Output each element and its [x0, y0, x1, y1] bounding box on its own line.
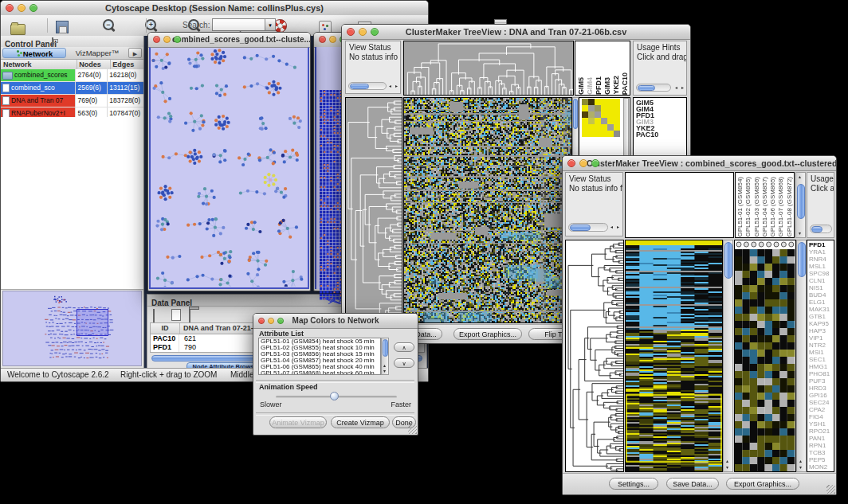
gene-label[interactable]: PUF3 [809, 377, 834, 385]
gene-label[interactable]: GTB1 [809, 313, 834, 320]
gene-label[interactable]: CLN1 [809, 277, 834, 284]
gene-label[interactable]: HRD3 [809, 385, 834, 392]
save-data-button[interactable]: Save Data... [666, 478, 719, 490]
minimize-icon[interactable] [359, 28, 367, 36]
zoom-window-icon[interactable] [591, 159, 599, 167]
matrix-cell[interactable] [614, 105, 620, 111]
column-label[interactable]: PAC10 [621, 72, 630, 95]
new-attribute-icon[interactable] [171, 309, 181, 321]
close-icon[interactable] [347, 28, 355, 36]
move-down-button[interactable]: ∨ [394, 358, 414, 368]
matrix-cell[interactable] [614, 118, 620, 124]
save-session-icon[interactable] [56, 21, 69, 33]
matrix-cell[interactable] [601, 111, 607, 118]
row-dendrogram-canvas[interactable] [566, 240, 623, 471]
zoom-heatmap-canvas[interactable] [735, 240, 795, 471]
col-attr[interactable]: DNA and Tran 07-21-06( [180, 323, 264, 334]
tab-vizmapper[interactable]: VizMapper™ [68, 48, 127, 58]
minimize-icon[interactable] [163, 36, 171, 43]
matrix-cell[interactable] [607, 124, 614, 131]
matrix-cell[interactable] [614, 111, 620, 118]
treeview1-row-dendrogram[interactable] [345, 97, 402, 323]
network-overview-canvas[interactable] [3, 291, 140, 365]
close-icon[interactable] [258, 318, 265, 324]
matrix-cell[interactable] [588, 131, 595, 137]
gene-label[interactable]: PEP5 [809, 456, 834, 463]
main-titlebar[interactable]: Cytoscape Desktop (Session Name: collins… [1, 1, 428, 16]
row-dendrogram-canvas[interactable] [346, 98, 402, 322]
treeview2-heatmap[interactable] [625, 240, 723, 472]
matrix-cell[interactable] [588, 111, 595, 118]
attribute-list-item[interactable]: GPL51-01 (GSM854) heat shock 05 min [259, 338, 380, 345]
gene-label[interactable]: YKE2 [636, 125, 686, 131]
treeview2-titlebar[interactable]: ClusterMaker TreeView : combined_scores_… [563, 156, 836, 171]
treeview2-vscrollbar[interactable]: ▴ ▾ [723, 240, 733, 472]
search-dropdown-icon[interactable]: ▾ [265, 18, 276, 31]
column-label[interactable]: GPL51-03 (GSM856) [753, 177, 761, 237]
matrix-cell[interactable] [595, 118, 601, 124]
minimize-icon[interactable] [18, 4, 26, 12]
network-list-row[interactable]: combined_scores 2764(0) 16218(0) [1, 69, 143, 82]
gene-label[interactable]: GIM4 [636, 106, 686, 112]
scroll-right-icon[interactable]: ▸ [395, 84, 398, 88]
gene-label[interactable]: HMG1 [809, 363, 834, 370]
treeview1-heatmap[interactable] [403, 97, 572, 323]
gene-label[interactable]: YRA1 [809, 248, 834, 256]
column-label[interactable]: GIM3 [603, 77, 612, 95]
scroll-right-icon[interactable]: ▸ [617, 225, 619, 229]
slider-thumb[interactable] [330, 392, 339, 400]
column-label[interactable]: PFD1 [595, 76, 603, 95]
minimize-icon[interactable] [579, 159, 587, 167]
col-id[interactable]: ID [151, 323, 180, 334]
export-graphics-button[interactable]: Export Graphics... [453, 328, 522, 340]
matrix-cell[interactable] [607, 131, 614, 137]
network1-titlebar[interactable]: combined_scores_good.txt--cluste... [148, 33, 310, 48]
scroll-left-icon[interactable]: ◂ [610, 225, 613, 229]
column-label[interactable]: GPL51-04 (GSM857) [761, 177, 769, 237]
gene-label[interactable]: NIS1 [809, 284, 834, 291]
scroll-up-icon[interactable]: ▴ [799, 459, 802, 463]
scroll-up-icon[interactable]: ▴ [726, 459, 728, 463]
similarity-matrix[interactable] [582, 99, 620, 137]
overview-viewport-rect[interactable] [77, 309, 108, 336]
matrix-cell[interactable] [595, 105, 601, 111]
matrix-cell[interactable] [595, 131, 601, 137]
gene-label[interactable]: MAK31 [809, 306, 834, 313]
dialog-titlebar[interactable]: Map Colors to Network [253, 314, 418, 329]
gene-label[interactable]: SEC24 [809, 399, 834, 406]
attribute-list-item[interactable]: GPL51-04 (GSM857) heat shock 20 min [259, 357, 380, 364]
attribute-list-item[interactable]: GPL51-07 (GSM868) heat shock 60 min [259, 370, 380, 375]
gene-label[interactable]: MSL1 [809, 263, 834, 270]
matrix-cell[interactable] [601, 99, 607, 105]
gene-label[interactable]: TCB3 [809, 449, 834, 456]
matrix-cell[interactable] [582, 111, 588, 118]
zoom-window-icon[interactable] [371, 28, 379, 36]
network1-canvas-area[interactable] [149, 47, 309, 289]
treeview2-row-dendrogram[interactable] [565, 240, 624, 472]
attribute-list-box[interactable]: GPL51-01 (GSM854) heat shock 05 minGPL51… [258, 338, 381, 375]
matrix-cell[interactable] [588, 105, 595, 111]
gene-label[interactable]: PAC10 [636, 131, 686, 138]
scroll-left-icon[interactable]: ◂ [675, 85, 677, 90]
delete-attribute-icon[interactable] [189, 308, 190, 323]
search-input[interactable] [212, 18, 266, 31]
gene-label[interactable]: CPA2 [809, 406, 834, 413]
scroll-down-icon[interactable]: ▾ [799, 465, 802, 470]
gene-label[interactable]: RPO21 [809, 428, 834, 435]
attribute-list-item[interactable]: GPL51-02 (GSM855) heat shock 10 min [259, 345, 380, 351]
column-label[interactable]: GIM5 [577, 77, 586, 95]
zoom-window-icon[interactable] [29, 4, 37, 12]
column-label[interactable]: GPL51-01 (GSM854) [736, 177, 744, 237]
column-label[interactable]: GPL51-07 (GSM868) [777, 177, 785, 237]
gene-label[interactable]: PFD1 [636, 112, 686, 119]
scroll-up-icon[interactable]: ▴ [383, 363, 386, 368]
usage-hints-hscrollbar[interactable] [810, 225, 832, 233]
treeview1-column-dendrogram[interactable] [403, 41, 574, 96]
column-labels-scrollbar[interactable]: ▴ ▾ [795, 172, 806, 238]
usage-hints-hscrollbar[interactable] [636, 84, 671, 92]
matrix-cell[interactable] [614, 131, 620, 137]
matrix-cell[interactable] [601, 105, 607, 111]
gene-label[interactable]: GPI16 [809, 392, 834, 399]
attribute-list-item[interactable]: GPL51-03 (GSM856) heat shock 15 min [259, 351, 380, 357]
network-list-row[interactable]: combined_sco 2569(6) 13112(15) [1, 82, 143, 95]
